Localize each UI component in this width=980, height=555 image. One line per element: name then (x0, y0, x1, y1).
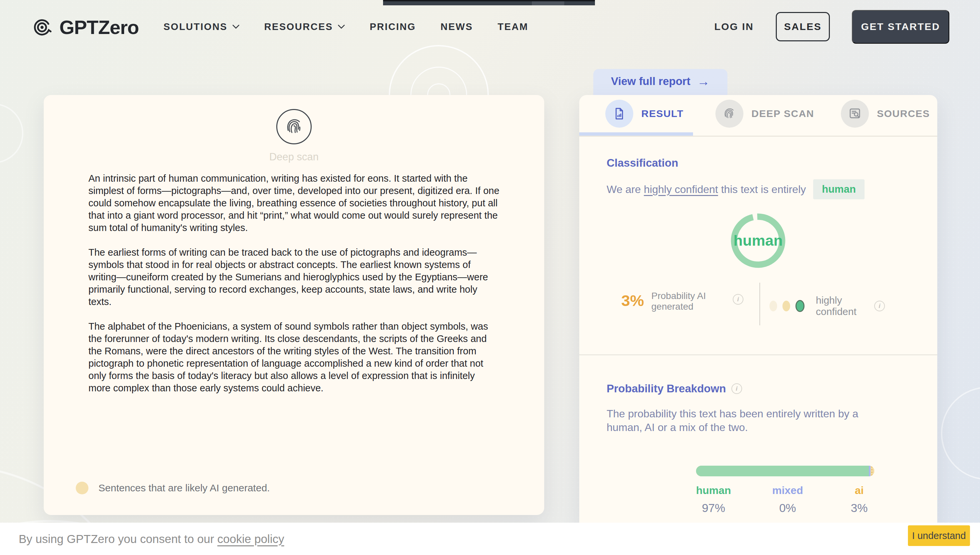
bar-label-value: 3% (844, 501, 874, 515)
cookie-text-prefix: By using GPTZero you consent to our (19, 533, 217, 545)
confidence-dot-low (769, 301, 777, 311)
section-divider (579, 354, 937, 355)
donut-center-label: human (728, 211, 788, 271)
cookie-policy-link[interactable]: cookie policy (217, 533, 284, 545)
bar-label-value: 0% (772, 501, 803, 515)
sentence-prefix: We are (607, 183, 641, 196)
nav-item-resources[interactable]: RESOURCES (264, 21, 345, 32)
info-icon[interactable]: i (874, 301, 885, 311)
fingerprint-icon (715, 99, 743, 128)
bar-label-name: ai (844, 484, 874, 497)
bar-label-ai: ai 3% (844, 484, 874, 515)
tab-label: DEEP SCAN (751, 108, 814, 119)
classification-section: Classification We are highly confident t… (607, 157, 914, 199)
active-tab-indicator (579, 132, 693, 136)
breakdown-heading-text: Probability Breakdown (607, 382, 726, 395)
confidence-dot-mid (782, 301, 790, 311)
tab-sources[interactable]: SOURCES (841, 99, 930, 128)
probability-bar (696, 466, 874, 476)
nav-item-team[interactable]: TEAM (497, 21, 528, 32)
result-document-icon (605, 99, 633, 128)
tab-result[interactable]: RESULT (605, 99, 684, 128)
bar-label-name: human (696, 484, 731, 497)
decor-ring (941, 387, 980, 480)
classification-donut: human (728, 211, 788, 271)
classification-heading-text: Classification (607, 157, 678, 169)
arrow-right-icon: → (697, 75, 710, 88)
bar-label-name: mixed (772, 484, 803, 497)
tab-label: RESULT (641, 108, 684, 119)
info-icon[interactable]: i (731, 383, 742, 394)
classification-heading: Classification (607, 157, 914, 169)
fingerprint-icon (284, 117, 304, 137)
login-link[interactable]: LOG IN (714, 21, 754, 32)
document-panel: Deep scan An intrinsic part of human com… (44, 95, 544, 515)
bar-label-human: human 97% (696, 484, 731, 515)
nav-item-label: RESOURCES (264, 21, 333, 32)
report-panel: RESULT DEEP SCAN (579, 95, 937, 523)
highly-confident-link[interactable]: highly confident (644, 183, 718, 196)
breakdown-bar-wrap: human 97% mixed 0% ai 3% (696, 466, 874, 515)
vertical-divider (760, 283, 760, 325)
sentence-suffix: this text is entirely (721, 183, 806, 196)
nav-items: SOLUTIONS RESOURCES PRICING NEWS TEAM (164, 0, 528, 53)
bar-label-mixed: mixed 0% (772, 484, 803, 515)
view-full-report-label: View full report (611, 75, 690, 88)
confidence-meter: highly confident i (769, 295, 885, 317)
legend-dot-yellow (76, 482, 89, 494)
breakdown-description: The probability this text has been entir… (607, 407, 893, 434)
nav-item-news[interactable]: NEWS (441, 21, 473, 32)
bar-segment-ai (871, 466, 874, 476)
human-badge: human (813, 179, 864, 199)
deep-scan-circle (276, 109, 312, 144)
get-started-button[interactable]: GET STARTED (852, 10, 949, 44)
tab-label: SOURCES (877, 108, 930, 119)
ai-sentence-legend: Sentences that are likely AI generated. (76, 482, 270, 494)
deep-scan-label: Deep scan (44, 151, 544, 163)
chevron-down-icon (232, 24, 240, 29)
confidence-dot-high (795, 300, 805, 312)
sources-search-icon (841, 99, 869, 128)
top-navigation: GPTZero SOLUTIONS RESOURCES PRICING NEWS… (0, 0, 980, 53)
paragraph: An intrinsic part of human communication… (89, 172, 499, 234)
bar-labels: human 97% mixed 0% ai 3% (696, 484, 874, 515)
info-icon[interactable]: i (733, 294, 743, 305)
sales-button[interactable]: SALES (776, 12, 830, 41)
brand-name[interactable]: GPTZero (60, 16, 139, 38)
nav-item-label: TEAM (497, 21, 528, 32)
cookie-consent-bar: By using GPTZero you consent to our cook… (0, 523, 980, 555)
document-text[interactable]: An intrinsic part of human communication… (89, 172, 499, 407)
ai-probability-label: Probability AI generated (651, 291, 728, 312)
brand[interactable]: GPTZero (31, 16, 139, 38)
cookie-text: By using GPTZero you consent to our cook… (19, 533, 284, 546)
probability-breakdown-section: Probability Breakdown i The probability … (607, 382, 914, 434)
tab-deep-scan[interactable]: DEEP SCAN (715, 99, 814, 128)
bar-label-value: 97% (696, 501, 731, 515)
gptzero-logo-icon (31, 16, 53, 38)
paragraph: The alphabet of the Phoenicians, a syste… (89, 320, 499, 395)
nav-actions: LOG IN SALES GET STARTED (714, 0, 949, 53)
report-tabs: RESULT DEEP SCAN (579, 95, 937, 132)
decor-ring (0, 103, 23, 163)
view-full-report-button[interactable]: View full report → (593, 69, 727, 99)
nav-item-pricing[interactable]: PRICING (370, 21, 416, 32)
nav-item-solutions[interactable]: SOLUTIONS (164, 21, 240, 32)
chevron-down-icon (338, 24, 345, 29)
ai-probability-value: 3% (621, 291, 644, 310)
breakdown-heading: Probability Breakdown i (607, 382, 914, 395)
legend-text: Sentences that are likely AI generated. (98, 482, 270, 494)
confidence-label: highly confident (816, 295, 866, 317)
nav-item-label: NEWS (441, 21, 473, 32)
i-understand-button[interactable]: I understand (908, 525, 970, 546)
nav-item-label: PRICING (370, 21, 416, 32)
paragraph: The earliest forms of writing can be tra… (89, 246, 499, 308)
tab-divider-line (579, 136, 937, 137)
classification-sentence: We are highly confident this text is ent… (607, 179, 914, 199)
bar-segment-human (696, 466, 869, 476)
nav-item-label: SOLUTIONS (164, 21, 228, 32)
